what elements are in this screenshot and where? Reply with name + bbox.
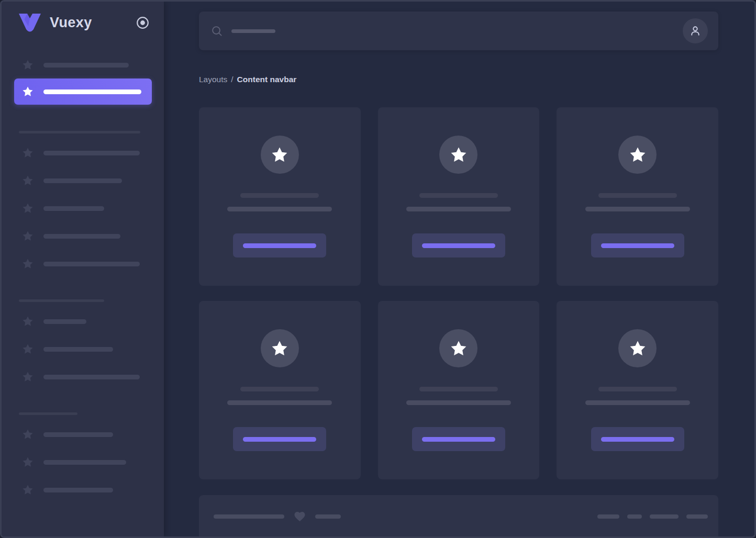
sidebar-item-label-skeleton xyxy=(43,178,122,183)
footer-right-group xyxy=(597,510,708,523)
card-icon-circle xyxy=(261,136,299,174)
card-title-skeleton xyxy=(240,387,319,391)
sidebar-item[interactable] xyxy=(2,230,164,242)
app-window: Vuexy xyxy=(0,0,756,538)
sidebar-item-active[interactable] xyxy=(14,79,152,105)
breadcrumb: Layouts/Content navbar xyxy=(199,75,718,84)
star-icon xyxy=(21,456,35,468)
star-icon xyxy=(21,428,35,441)
sidebar-item[interactable] xyxy=(2,343,164,355)
card-button-skeleton[interactable] xyxy=(591,233,684,257)
sidebar-item-label-skeleton xyxy=(43,319,86,324)
star-icon xyxy=(21,174,35,187)
footer-link-skeleton xyxy=(686,514,708,519)
star-icon xyxy=(21,85,35,98)
button-label-skeleton xyxy=(243,437,316,442)
star-icon xyxy=(21,343,35,355)
sidebar-menu xyxy=(2,59,164,496)
search-icon[interactable] xyxy=(211,25,223,37)
card-text-skeleton xyxy=(406,400,511,405)
sidebar-item-label-skeleton xyxy=(43,89,141,94)
footer-link-skeleton xyxy=(650,514,679,519)
card-button-skeleton[interactable] xyxy=(591,427,684,451)
sidebar-item-label-skeleton xyxy=(43,375,140,379)
card-button-skeleton[interactable] xyxy=(233,233,326,257)
layout-card xyxy=(378,301,540,479)
footer-left-group xyxy=(214,510,341,523)
sidebar-item[interactable] xyxy=(2,484,164,496)
main-content: Layouts/Content navbar xyxy=(164,2,754,536)
star-icon xyxy=(21,59,35,71)
card-button-skeleton[interactable] xyxy=(412,233,505,257)
sidebar-item[interactable] xyxy=(2,174,164,187)
card-icon-circle xyxy=(439,136,477,174)
card-icon-circle xyxy=(261,329,299,367)
card-text-skeleton xyxy=(585,207,690,211)
sidebar-item-label-skeleton xyxy=(43,151,140,155)
sidebar: Vuexy xyxy=(2,2,164,536)
sidebar-item-label-skeleton xyxy=(43,262,140,266)
star-icon xyxy=(628,339,647,358)
sidebar-item[interactable] xyxy=(2,428,164,441)
sidebar-item-label-skeleton xyxy=(43,488,113,492)
button-label-skeleton xyxy=(243,243,316,248)
button-label-skeleton xyxy=(422,437,495,442)
layout-card xyxy=(199,301,361,479)
sidebar-item[interactable] xyxy=(2,456,164,468)
footer-text-skeleton xyxy=(315,514,341,519)
layout-card xyxy=(378,107,540,286)
card-title-skeleton xyxy=(419,387,498,391)
sidebar-item[interactable] xyxy=(2,257,164,270)
footer xyxy=(199,495,718,538)
card-text-skeleton xyxy=(406,207,511,211)
star-icon xyxy=(449,339,468,358)
breadcrumb-separator: / xyxy=(231,75,233,84)
sidebar-item-label-skeleton xyxy=(43,63,129,68)
card-icon-circle xyxy=(439,329,477,367)
star-icon xyxy=(21,257,35,270)
user-avatar[interactable] xyxy=(683,18,708,43)
sidebar-item[interactable] xyxy=(2,371,164,383)
search-placeholder-skeleton[interactable] xyxy=(231,29,275,33)
menu-section-header-skeleton xyxy=(19,299,104,302)
button-label-skeleton xyxy=(422,243,495,248)
footer-text-skeleton xyxy=(214,514,284,519)
sidebar-item-label-skeleton xyxy=(43,432,113,437)
sidebar-item[interactable] xyxy=(2,59,164,71)
star-icon xyxy=(21,371,35,383)
sidebar-item-label-skeleton xyxy=(43,206,104,211)
card-icon-circle xyxy=(618,329,657,367)
breadcrumb-parent[interactable]: Layouts xyxy=(199,75,227,84)
star-icon xyxy=(270,339,289,358)
star-icon xyxy=(21,202,35,215)
star-icon xyxy=(449,145,468,164)
menu-section-header-skeleton xyxy=(19,412,77,415)
star-icon xyxy=(21,315,35,328)
heart-icon xyxy=(293,510,306,523)
sidebar-header: Vuexy xyxy=(2,2,164,43)
card-title-skeleton xyxy=(598,387,677,391)
footer-link-skeleton xyxy=(597,514,619,519)
star-icon xyxy=(270,145,289,164)
nav-pin-toggle-icon[interactable] xyxy=(136,16,149,29)
sidebar-item-label-skeleton xyxy=(43,234,120,239)
sidebar-item[interactable] xyxy=(2,315,164,328)
sidebar-item[interactable] xyxy=(2,202,164,215)
button-label-skeleton xyxy=(601,243,674,248)
footer-link-skeleton xyxy=(627,514,642,519)
breadcrumb-current: Content navbar xyxy=(237,75,297,84)
star-icon xyxy=(21,147,35,159)
card-icon-circle xyxy=(618,136,657,174)
card-button-skeleton[interactable] xyxy=(412,427,505,451)
sidebar-item[interactable] xyxy=(2,147,164,159)
layout-card xyxy=(199,107,361,286)
top-navbar xyxy=(199,12,718,50)
card-text-skeleton xyxy=(227,207,332,211)
card-title-skeleton xyxy=(419,193,498,198)
button-label-skeleton xyxy=(601,437,674,442)
brand-logo-icon xyxy=(17,12,42,33)
star-icon xyxy=(21,230,35,242)
sidebar-item-label-skeleton xyxy=(43,460,126,465)
card-button-skeleton[interactable] xyxy=(233,427,326,451)
star-icon xyxy=(21,484,35,496)
